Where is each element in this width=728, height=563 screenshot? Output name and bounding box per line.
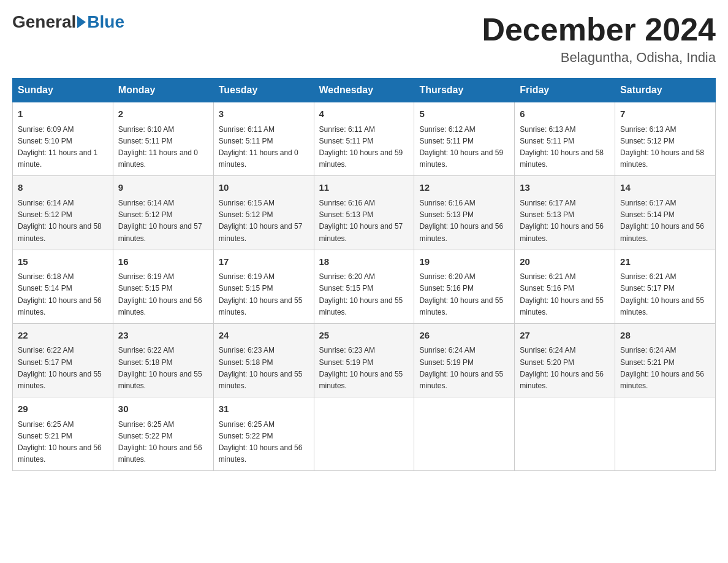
calendar-cell: 14Sunrise: 6:17 AMSunset: 5:14 PMDayligh… xyxy=(615,176,716,250)
calendar-cell: 12Sunrise: 6:16 AMSunset: 5:13 PMDayligh… xyxy=(414,176,515,250)
day-info: Sunrise: 6:10 AMSunset: 5:11 PMDaylight:… xyxy=(118,125,198,169)
day-info: Sunrise: 6:24 AMSunset: 5:21 PMDaylight:… xyxy=(620,346,704,390)
header-thursday: Thursday xyxy=(414,79,515,102)
day-number: 3 xyxy=(219,107,309,121)
day-number: 29 xyxy=(18,402,108,416)
page-header: General Blue December 2024 Belaguntha, O… xyxy=(12,12,716,66)
week-row-1: 1Sunrise: 6:09 AMSunset: 5:10 PMDaylight… xyxy=(13,102,716,176)
header-saturday: Saturday xyxy=(615,79,716,102)
week-row-2: 8Sunrise: 6:14 AMSunset: 5:12 PMDaylight… xyxy=(13,176,716,250)
calendar-cell: 19Sunrise: 6:20 AMSunset: 5:16 PMDayligh… xyxy=(414,250,515,323)
day-number: 15 xyxy=(18,255,108,269)
calendar-cell: 4Sunrise: 6:11 AMSunset: 5:11 PMDaylight… xyxy=(314,102,414,176)
day-number: 21 xyxy=(620,255,710,269)
day-info: Sunrise: 6:12 AMSunset: 5:11 PMDaylight:… xyxy=(419,125,503,169)
day-number: 11 xyxy=(319,181,409,195)
calendar-cell xyxy=(515,397,615,471)
day-info: Sunrise: 6:25 AMSunset: 5:22 PMDaylight:… xyxy=(118,420,202,464)
calendar-cell: 13Sunrise: 6:17 AMSunset: 5:13 PMDayligh… xyxy=(515,176,615,250)
calendar-cell: 30Sunrise: 6:25 AMSunset: 5:22 PMDayligh… xyxy=(113,397,213,471)
location-text: Belaguntha, Odisha, India xyxy=(482,50,716,66)
calendar-header-row: SundayMondayTuesdayWednesdayThursdayFrid… xyxy=(13,79,716,102)
calendar-cell: 5Sunrise: 6:12 AMSunset: 5:11 PMDaylight… xyxy=(414,102,515,176)
day-number: 28 xyxy=(620,329,710,343)
title-area: December 2024 Belaguntha, Odisha, India xyxy=(482,12,716,66)
day-number: 9 xyxy=(118,181,208,195)
month-title: December 2024 xyxy=(482,12,716,47)
calendar-cell: 22Sunrise: 6:22 AMSunset: 5:17 PMDayligh… xyxy=(13,323,113,397)
header-friday: Friday xyxy=(515,79,615,102)
calendar-cell: 29Sunrise: 6:25 AMSunset: 5:21 PMDayligh… xyxy=(13,397,113,471)
day-info: Sunrise: 6:24 AMSunset: 5:20 PMDaylight:… xyxy=(520,346,604,390)
day-number: 20 xyxy=(520,255,610,269)
day-info: Sunrise: 6:23 AMSunset: 5:18 PMDaylight:… xyxy=(219,346,303,390)
day-info: Sunrise: 6:21 AMSunset: 5:16 PMDaylight:… xyxy=(520,272,604,316)
day-info: Sunrise: 6:09 AMSunset: 5:10 PMDaylight:… xyxy=(18,125,97,169)
day-number: 25 xyxy=(319,329,409,343)
day-info: Sunrise: 6:14 AMSunset: 5:12 PMDaylight:… xyxy=(118,199,202,243)
day-number: 19 xyxy=(419,255,509,269)
calendar-cell: 1Sunrise: 6:09 AMSunset: 5:10 PMDaylight… xyxy=(13,102,113,176)
calendar-cell: 15Sunrise: 6:18 AMSunset: 5:14 PMDayligh… xyxy=(13,250,113,323)
day-info: Sunrise: 6:21 AMSunset: 5:17 PMDaylight:… xyxy=(620,272,704,316)
day-number: 8 xyxy=(18,181,108,195)
day-info: Sunrise: 6:23 AMSunset: 5:19 PMDaylight:… xyxy=(319,346,403,390)
calendar-cell: 24Sunrise: 6:23 AMSunset: 5:18 PMDayligh… xyxy=(213,323,314,397)
calendar-table: SundayMondayTuesdayWednesdayThursdayFrid… xyxy=(12,78,716,471)
calendar-cell: 27Sunrise: 6:24 AMSunset: 5:20 PMDayligh… xyxy=(515,323,615,397)
day-number: 5 xyxy=(419,107,509,121)
day-info: Sunrise: 6:15 AMSunset: 5:12 PMDaylight:… xyxy=(219,199,303,243)
calendar-cell: 2Sunrise: 6:10 AMSunset: 5:11 PMDaylight… xyxy=(113,102,213,176)
calendar-cell: 20Sunrise: 6:21 AMSunset: 5:16 PMDayligh… xyxy=(515,250,615,323)
header-tuesday: Tuesday xyxy=(213,79,314,102)
calendar-cell xyxy=(414,397,515,471)
day-info: Sunrise: 6:18 AMSunset: 5:14 PMDaylight:… xyxy=(18,272,102,316)
calendar-cell: 3Sunrise: 6:11 AMSunset: 5:11 PMDaylight… xyxy=(213,102,314,176)
day-number: 16 xyxy=(118,255,208,269)
day-info: Sunrise: 6:22 AMSunset: 5:17 PMDaylight:… xyxy=(18,346,102,390)
day-number: 6 xyxy=(520,107,610,121)
logo-blue-text: Blue xyxy=(87,12,124,32)
calendar-cell xyxy=(615,397,716,471)
day-info: Sunrise: 6:11 AMSunset: 5:11 PMDaylight:… xyxy=(219,125,298,169)
day-number: 18 xyxy=(319,255,409,269)
calendar-cell: 9Sunrise: 6:14 AMSunset: 5:12 PMDaylight… xyxy=(113,176,213,250)
calendar-cell: 23Sunrise: 6:22 AMSunset: 5:18 PMDayligh… xyxy=(113,323,213,397)
day-number: 17 xyxy=(219,255,309,269)
day-number: 12 xyxy=(419,181,509,195)
day-info: Sunrise: 6:20 AMSunset: 5:16 PMDaylight:… xyxy=(419,272,503,316)
day-number: 14 xyxy=(620,181,710,195)
calendar-cell: 31Sunrise: 6:25 AMSunset: 5:22 PMDayligh… xyxy=(213,397,314,471)
header-wednesday: Wednesday xyxy=(314,79,414,102)
header-sunday: Sunday xyxy=(13,79,113,102)
day-number: 22 xyxy=(18,329,108,343)
calendar-cell: 17Sunrise: 6:19 AMSunset: 5:15 PMDayligh… xyxy=(213,250,314,323)
day-number: 13 xyxy=(520,181,610,195)
logo-arrow-icon xyxy=(77,16,86,28)
day-info: Sunrise: 6:16 AMSunset: 5:13 PMDaylight:… xyxy=(319,199,403,243)
day-number: 10 xyxy=(219,181,309,195)
day-number: 27 xyxy=(520,329,610,343)
calendar-cell: 11Sunrise: 6:16 AMSunset: 5:13 PMDayligh… xyxy=(314,176,414,250)
day-info: Sunrise: 6:17 AMSunset: 5:13 PMDaylight:… xyxy=(520,199,604,243)
calendar-cell: 16Sunrise: 6:19 AMSunset: 5:15 PMDayligh… xyxy=(113,250,213,323)
day-number: 4 xyxy=(319,107,409,121)
day-info: Sunrise: 6:24 AMSunset: 5:19 PMDaylight:… xyxy=(419,346,503,390)
day-info: Sunrise: 6:17 AMSunset: 5:14 PMDaylight:… xyxy=(620,199,704,243)
day-number: 30 xyxy=(118,402,208,416)
calendar-cell: 7Sunrise: 6:13 AMSunset: 5:12 PMDaylight… xyxy=(615,102,716,176)
day-info: Sunrise: 6:20 AMSunset: 5:15 PMDaylight:… xyxy=(319,272,403,316)
day-number: 1 xyxy=(18,107,108,121)
calendar-cell: 8Sunrise: 6:14 AMSunset: 5:12 PMDaylight… xyxy=(13,176,113,250)
calendar-cell: 26Sunrise: 6:24 AMSunset: 5:19 PMDayligh… xyxy=(414,323,515,397)
day-info: Sunrise: 6:11 AMSunset: 5:11 PMDaylight:… xyxy=(319,125,403,169)
header-monday: Monday xyxy=(113,79,213,102)
day-info: Sunrise: 6:13 AMSunset: 5:12 PMDaylight:… xyxy=(620,125,704,169)
calendar-cell: 18Sunrise: 6:20 AMSunset: 5:15 PMDayligh… xyxy=(314,250,414,323)
day-info: Sunrise: 6:25 AMSunset: 5:22 PMDaylight:… xyxy=(219,420,303,464)
day-number: 23 xyxy=(118,329,208,343)
day-info: Sunrise: 6:19 AMSunset: 5:15 PMDaylight:… xyxy=(118,272,202,316)
logo-general-text: General xyxy=(12,12,76,32)
day-number: 26 xyxy=(419,329,509,343)
day-number: 2 xyxy=(118,107,208,121)
